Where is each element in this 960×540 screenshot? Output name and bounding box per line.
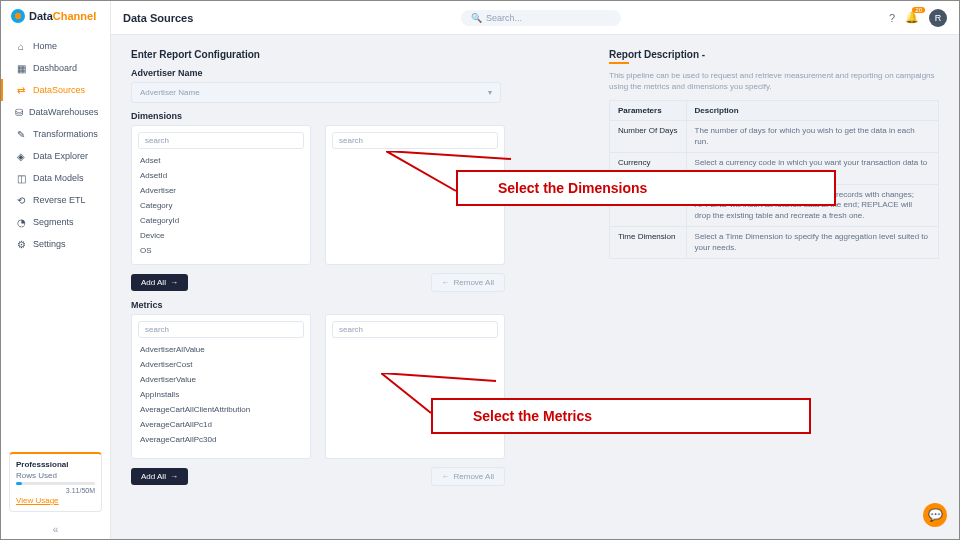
add-all-dimensions-button[interactable]: Add All→ — [131, 274, 188, 291]
nav-icon: ⚙ — [15, 238, 27, 250]
param-name: Number Of Days — [610, 121, 687, 153]
logo-text-1: Data — [29, 10, 53, 22]
advertiser-select[interactable]: Advertiser Name ▾ — [131, 82, 501, 103]
search-placeholder: Search... — [486, 13, 522, 23]
list-item[interactable]: AdvertiserValue — [138, 372, 304, 387]
search-icon: 🔍 — [471, 13, 482, 23]
topbar: Data Sources 🔍 Search... ? 🔔20 R — [111, 1, 959, 35]
chevron-down-icon: ▾ — [488, 88, 492, 97]
th-description: Description — [686, 101, 938, 121]
nav-label: DataSources — [33, 85, 85, 95]
nav-label: Data Explorer — [33, 151, 88, 161]
logo-text-2: Channel — [53, 10, 96, 22]
arrow-left-icon: ← — [442, 278, 450, 287]
nav-label: Settings — [33, 239, 66, 249]
remove-all-metrics-button[interactable]: ←Remove All — [431, 467, 505, 486]
list-item[interactable]: AverageCartAllClientAttribution — [138, 402, 304, 417]
plan-progress — [16, 482, 95, 485]
callout-metrics: Select the Metrics — [431, 398, 811, 434]
add-all-metrics-button[interactable]: Add All→ — [131, 468, 188, 485]
sidebar-item-segments[interactable]: ◔Segments — [1, 211, 110, 233]
desc-title: Report Description - — [609, 49, 939, 60]
list-item[interactable]: AdvertiserAllValue — [138, 342, 304, 357]
arrow-left-icon: ← — [442, 472, 450, 481]
plan-usage: 3.11/50M — [16, 487, 95, 494]
list-item[interactable]: AppInstalls — [138, 387, 304, 402]
list-item[interactable]: AverageCartAllPc30d — [138, 432, 304, 447]
nav: ⌂Home▦Dashboard⇄DataSources⛁DataWarehous… — [1, 31, 110, 444]
desc-text: This pipeline can be used to request and… — [609, 70, 939, 92]
help-icon[interactable]: ? — [889, 12, 895, 24]
list-item[interactable]: AverageCartAllPc30dPv24h — [138, 447, 304, 452]
list-item[interactable]: AverageCartAllPc1d — [138, 417, 304, 432]
view-usage-link[interactable]: View Usage — [16, 496, 95, 505]
sidebar-item-datasources[interactable]: ⇄DataSources — [1, 79, 110, 101]
nav-label: Reverse ETL — [33, 195, 86, 205]
table-row: Number Of DaysThe number of days for whi… — [610, 121, 939, 153]
arrow-right-icon: → — [170, 278, 178, 287]
description-panel: Report Description - This pipeline can b… — [609, 49, 939, 259]
remove-all-dimensions-button[interactable]: ←Remove All — [431, 273, 505, 292]
nav-label: Home — [33, 41, 57, 51]
dimensions-list: AdsetAdsetIdAdvertiserCategoryCategoryId… — [138, 153, 304, 258]
notifications-icon[interactable]: 🔔20 — [905, 11, 919, 24]
nav-icon: ▦ — [15, 62, 27, 74]
plan-title: Professsional — [16, 460, 95, 469]
collapse-sidebar[interactable]: « — [1, 520, 110, 539]
list-item[interactable]: AdvertiserCost — [138, 357, 304, 372]
sidebar-item-datawarehouses[interactable]: ⛁DataWarehouses — [1, 101, 110, 123]
nav-icon: ◔ — [15, 216, 27, 228]
logo-icon — [11, 9, 25, 23]
list-item[interactable]: Adset — [138, 153, 304, 168]
sidebar-item-home[interactable]: ⌂Home — [1, 35, 110, 57]
dimensions-available-panel: search AdsetAdsetIdAdvertiserCategoryCat… — [131, 125, 311, 265]
met-search-input[interactable]: search — [138, 321, 304, 338]
nav-icon: ⇄ — [15, 84, 27, 96]
sidebar: DataChannel ⌂Home▦Dashboard⇄DataSources⛁… — [1, 1, 111, 539]
sidebar-item-reverse etl[interactable]: ⟲Reverse ETL — [1, 189, 110, 211]
nav-icon: ◫ — [15, 172, 27, 184]
list-item[interactable]: OS — [138, 243, 304, 258]
dim-selected-search[interactable]: search — [332, 132, 498, 149]
content: Enter Report Configuration Advertiser Na… — [111, 35, 959, 539]
metrics-available-panel: search AdvertiserAllValueAdvertiserCostA… — [131, 314, 311, 459]
sidebar-item-transformations[interactable]: ✎Transformations — [1, 123, 110, 145]
nav-icon: ⌂ — [15, 40, 27, 52]
dim-search-input[interactable]: search — [138, 132, 304, 149]
nav-label: Dashboard — [33, 63, 77, 73]
param-name: Time Dimension — [610, 227, 687, 259]
table-row: Time DimensionSelect a Time Dimension to… — [610, 227, 939, 259]
advertiser-placeholder: Advertiser Name — [140, 88, 200, 97]
arrow-right-icon: → — [170, 472, 178, 481]
nav-label: Transformations — [33, 129, 98, 139]
plan-rows-label: Rows Used — [16, 471, 95, 480]
main: Data Sources 🔍 Search... ? 🔔20 R Enter R… — [111, 1, 959, 539]
nav-label: DataWarehouses — [29, 107, 98, 117]
logo[interactable]: DataChannel — [1, 1, 110, 31]
sidebar-item-data models[interactable]: ◫Data Models — [1, 167, 110, 189]
callout-dimensions: Select the Dimensions — [456, 170, 836, 206]
th-parameters: Parameters — [610, 101, 687, 121]
nav-icon: ⛁ — [15, 106, 23, 118]
sidebar-item-settings[interactable]: ⚙Settings — [1, 233, 110, 255]
param-desc: Select a Time Dimension to specify the a… — [686, 227, 938, 259]
metrics-list: AdvertiserAllValueAdvertiserCostAdvertis… — [138, 342, 304, 452]
page-title: Data Sources — [123, 12, 193, 24]
list-item[interactable]: AdsetId — [138, 168, 304, 183]
nav-icon: ✎ — [15, 128, 27, 140]
list-item[interactable]: Device — [138, 228, 304, 243]
notification-count: 20 — [912, 7, 925, 13]
chat-fab[interactable]: 💬 — [923, 503, 947, 527]
list-item[interactable]: Category — [138, 198, 304, 213]
avatar[interactable]: R — [929, 9, 947, 27]
nav-icon: ⟲ — [15, 194, 27, 206]
met-selected-search[interactable]: search — [332, 321, 498, 338]
list-item[interactable]: Advertiser — [138, 183, 304, 198]
nav-label: Data Models — [33, 173, 84, 183]
list-item[interactable]: CategoryId — [138, 213, 304, 228]
param-desc: The number of days for which you wish to… — [686, 121, 938, 153]
sidebar-item-dashboard[interactable]: ▦Dashboard — [1, 57, 110, 79]
sidebar-item-data explorer[interactable]: ◈Data Explorer — [1, 145, 110, 167]
search-input[interactable]: 🔍 Search... — [461, 10, 621, 26]
plan-box: Professsional Rows Used 3.11/50M View Us… — [9, 452, 102, 512]
